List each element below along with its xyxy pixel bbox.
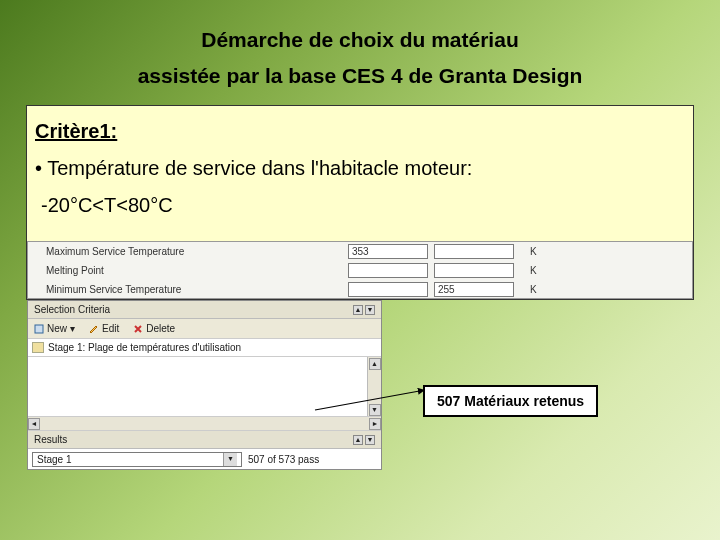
- slide-title-1: Démarche de choix du matériau: [0, 28, 720, 52]
- max-input[interactable]: 255: [434, 282, 514, 297]
- collapse-down-icon[interactable]: ▼: [365, 305, 375, 315]
- results-header: Results ▲ ▼: [28, 431, 381, 449]
- property-label: Maximum Service Temperature: [28, 246, 348, 257]
- unit-label: K: [520, 265, 540, 276]
- criteria-description: • Température de service dans l'habitacl…: [35, 157, 693, 180]
- scroll-left-icon[interactable]: ◄: [28, 418, 40, 430]
- scroll-down-icon[interactable]: ▼: [369, 404, 381, 416]
- property-label: Minimum Service Temperature: [28, 284, 348, 295]
- min-input[interactable]: 353: [348, 244, 428, 259]
- delete-button[interactable]: Delete: [133, 323, 175, 334]
- collapse-up-icon[interactable]: ▲: [353, 305, 363, 315]
- callout-box: 507 Matériaux retenus: [423, 385, 598, 417]
- collapse-up-icon[interactable]: ▲: [353, 435, 363, 445]
- criteria-heading: Critère1:: [35, 120, 693, 143]
- unit-label: K: [520, 284, 540, 295]
- panel-header: Selection Criteria ▲ ▼: [28, 301, 381, 319]
- max-input[interactable]: [434, 263, 514, 278]
- results-row: Stage 1 ▼ 507 of 573 pass: [28, 449, 381, 469]
- delete-icon: [133, 324, 143, 334]
- new-icon: [34, 324, 44, 334]
- min-input[interactable]: [348, 282, 428, 297]
- results-stage-dropdown[interactable]: Stage 1 ▼: [32, 452, 242, 467]
- property-limits-panel: Maximum Service Temperature 353 K Meltin…: [27, 241, 693, 299]
- horizontal-scrollbar[interactable]: ◄ ►: [28, 417, 381, 431]
- property-row: Maximum Service Temperature 353 K: [28, 242, 692, 261]
- property-label: Melting Point: [28, 265, 348, 276]
- property-row: Melting Point K: [28, 261, 692, 280]
- criteria-range: -20°C<T<80°C: [41, 194, 693, 217]
- min-input[interactable]: [348, 263, 428, 278]
- panel-title: Selection Criteria: [34, 304, 351, 315]
- results-count: 507 of 573 pass: [248, 454, 319, 465]
- scroll-right-icon[interactable]: ►: [369, 418, 381, 430]
- panel-toolbar: New ▾ Edit Delete: [28, 319, 381, 339]
- results-title: Results: [34, 434, 351, 445]
- vertical-scrollbar[interactable]: ▲ ▼: [367, 357, 381, 416]
- edit-button[interactable]: Edit: [89, 323, 119, 334]
- edit-icon: [89, 324, 99, 334]
- stage-list-area: ▲ ▼: [28, 357, 381, 417]
- svg-rect-0: [35, 325, 43, 333]
- unit-label: K: [520, 246, 540, 257]
- collapse-down-icon[interactable]: ▼: [365, 435, 375, 445]
- stage-label: Stage 1: Plage de températures d'utilisa…: [48, 342, 241, 353]
- stage-icon: [32, 342, 44, 353]
- stage-row[interactable]: Stage 1: Plage de températures d'utilisa…: [28, 339, 381, 357]
- max-input[interactable]: [434, 244, 514, 259]
- chevron-down-icon: ▼: [223, 453, 237, 466]
- new-button[interactable]: New ▾: [34, 323, 75, 334]
- selection-criteria-panel: Selection Criteria ▲ ▼ New ▾ Edit Delete…: [27, 300, 382, 470]
- property-row: Minimum Service Temperature 255 K: [28, 280, 692, 299]
- slide-title-2: assistée par la base CES 4 de Granta Des…: [0, 64, 720, 88]
- dropdown-value: Stage 1: [37, 454, 71, 465]
- scroll-up-icon[interactable]: ▲: [369, 358, 381, 370]
